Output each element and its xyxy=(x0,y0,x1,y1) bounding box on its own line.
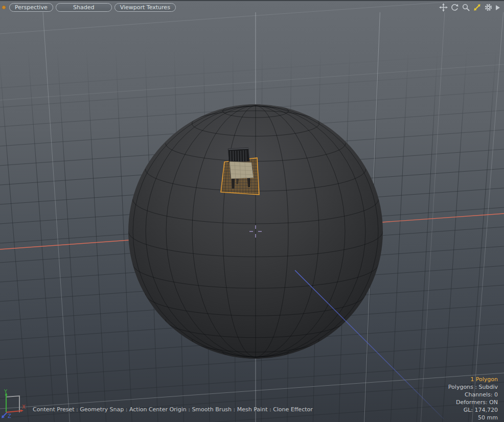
viewport-header: Perspective Shaded Viewport Textures xyxy=(0,0,504,13)
viewport-tools xyxy=(439,3,501,12)
info-line: Channels: 0 xyxy=(448,391,498,398)
viewport-3d-canvas[interactable] xyxy=(0,0,504,422)
gizmo-z-label: Z xyxy=(8,413,11,419)
info-line: Polygons : Subdiv xyxy=(448,383,498,391)
selection-count-label: 1 Polygon xyxy=(448,376,498,383)
3d-viewport-window: Perspective Shaded Viewport Textures xyxy=(0,0,504,422)
perspective-view-button[interactable]: Perspective xyxy=(9,3,53,12)
gizmo-x-label: X xyxy=(22,404,26,410)
info-line: Deformers: ON xyxy=(448,398,498,406)
axis-orientation-gizmo: Y X Z xyxy=(0,386,36,422)
zoom-icon[interactable] xyxy=(461,3,471,12)
info-line: GL: 174,720 xyxy=(448,406,498,414)
viewport-textures-button[interactable]: Viewport Textures xyxy=(114,3,176,12)
rotate-icon[interactable] xyxy=(450,3,460,12)
expand-arrow-icon[interactable] xyxy=(495,3,501,12)
gizmo-y-label: Y xyxy=(4,389,8,394)
info-line: 50 mm xyxy=(448,414,498,421)
viewport-active-indicator[interactable] xyxy=(2,6,6,9)
settings-gear-icon[interactable] xyxy=(484,3,493,12)
mesh-info-readout: 1 Polygon Polygons : Subdiv Channels: 0 … xyxy=(448,376,498,421)
statusbar-presets: Content Preset : Geometry Snap : Action … xyxy=(33,406,313,413)
maximize-icon[interactable] xyxy=(472,3,482,12)
pan-icon[interactable] xyxy=(439,3,448,12)
shading-mode-button[interactable]: Shaded xyxy=(56,3,112,12)
